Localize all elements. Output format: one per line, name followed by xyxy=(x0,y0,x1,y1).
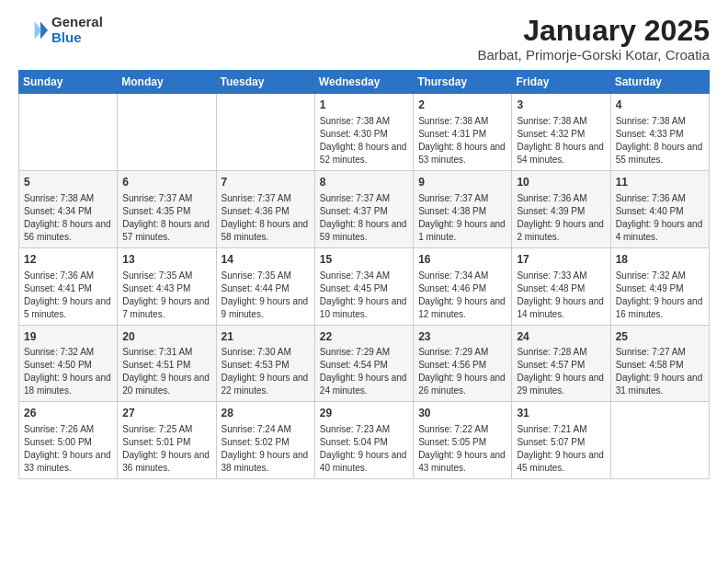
day-number: 20 xyxy=(122,329,210,345)
day-number: 24 xyxy=(517,329,605,345)
day-info: Sunrise: 7:32 AMSunset: 4:49 PMDaylight:… xyxy=(616,270,704,321)
day-number: 25 xyxy=(616,329,704,345)
weekday-header-friday: Friday xyxy=(512,71,610,94)
day-number: 3 xyxy=(517,98,605,113)
calendar-cell: 5Sunrise: 7:38 AMSunset: 4:34 PMDaylight… xyxy=(19,170,118,247)
day-number: 31 xyxy=(517,406,605,421)
day-info: Sunrise: 7:27 AMSunset: 4:58 PMDaylight:… xyxy=(616,346,704,397)
calendar-cell: 23Sunrise: 7:29 AMSunset: 4:56 PMDayligh… xyxy=(414,325,512,402)
day-info: Sunrise: 7:37 AMSunset: 4:38 PMDaylight:… xyxy=(418,192,506,244)
calendar-cell: 7Sunrise: 7:37 AMSunset: 4:36 PMDaylight… xyxy=(216,170,314,247)
day-info: Sunrise: 7:29 AMSunset: 4:54 PMDaylight:… xyxy=(320,346,408,397)
calendar-cell: 2Sunrise: 7:38 AMSunset: 4:31 PMDaylight… xyxy=(414,94,512,171)
day-info: Sunrise: 7:38 AMSunset: 4:31 PMDaylight:… xyxy=(418,115,506,167)
calendar-cell: 6Sunrise: 7:37 AMSunset: 4:35 PMDaylight… xyxy=(118,170,216,247)
weekday-header-row: SundayMondayTuesdayWednesdayThursdayFrid… xyxy=(19,71,710,94)
day-number: 5 xyxy=(24,175,112,190)
calendar-cell: 29Sunrise: 7:23 AMSunset: 5:04 PMDayligh… xyxy=(314,402,413,479)
calendar-subtitle: Barbat, Primorje-Gorski Kotar, Croatia xyxy=(477,47,710,63)
calendar-cell xyxy=(19,94,118,171)
calendar-title: January 2025 xyxy=(477,15,710,47)
day-info: Sunrise: 7:23 AMSunset: 5:04 PMDaylight:… xyxy=(320,423,408,475)
day-number: 21 xyxy=(222,329,310,345)
day-number: 28 xyxy=(222,406,310,421)
header: General Blue January 2025 Barbat, Primor… xyxy=(18,15,710,63)
day-info: Sunrise: 7:32 AMSunset: 4:50 PMDaylight:… xyxy=(24,346,112,397)
day-info: Sunrise: 7:33 AMSunset: 4:48 PMDaylight:… xyxy=(517,270,605,321)
day-info: Sunrise: 7:21 AMSunset: 5:07 PMDaylight:… xyxy=(517,423,605,475)
day-info: Sunrise: 7:34 AMSunset: 4:45 PMDaylight:… xyxy=(320,270,408,321)
weekday-header-wednesday: Wednesday xyxy=(314,71,413,94)
day-number: 14 xyxy=(222,252,310,268)
day-number: 26 xyxy=(24,406,112,421)
day-info: Sunrise: 7:28 AMSunset: 4:57 PMDaylight:… xyxy=(517,346,605,397)
calendar-cell: 19Sunrise: 7:32 AMSunset: 4:50 PMDayligh… xyxy=(19,325,118,402)
weekday-header-sunday: Sunday xyxy=(19,71,118,94)
weekday-header-saturday: Saturday xyxy=(610,71,709,94)
calendar-cell: 30Sunrise: 7:22 AMSunset: 5:05 PMDayligh… xyxy=(414,402,512,479)
calendar-cell: 18Sunrise: 7:32 AMSunset: 4:49 PMDayligh… xyxy=(610,247,709,325)
calendar-cell xyxy=(610,402,709,479)
day-info: Sunrise: 7:35 AMSunset: 4:43 PMDaylight:… xyxy=(122,270,210,321)
day-info: Sunrise: 7:37 AMSunset: 4:36 PMDaylight:… xyxy=(222,192,310,244)
day-number: 7 xyxy=(222,175,310,190)
calendar-cell: 31Sunrise: 7:21 AMSunset: 5:07 PMDayligh… xyxy=(512,402,610,479)
calendar-week-4: 19Sunrise: 7:32 AMSunset: 4:50 PMDayligh… xyxy=(19,325,710,402)
day-number: 6 xyxy=(122,175,210,190)
logo-general: General xyxy=(51,14,103,29)
calendar-cell: 21Sunrise: 7:30 AMSunset: 4:53 PMDayligh… xyxy=(216,325,314,402)
day-number: 2 xyxy=(418,98,506,113)
day-info: Sunrise: 7:38 AMSunset: 4:30 PMDaylight:… xyxy=(320,115,408,167)
day-number: 15 xyxy=(320,252,408,268)
day-info: Sunrise: 7:38 AMSunset: 4:33 PMDaylight:… xyxy=(616,115,704,167)
calendar-cell: 10Sunrise: 7:36 AMSunset: 4:39 PMDayligh… xyxy=(512,170,610,247)
calendar-cell: 28Sunrise: 7:24 AMSunset: 5:02 PMDayligh… xyxy=(216,402,314,479)
calendar-table: SundayMondayTuesdayWednesdayThursdayFrid… xyxy=(18,70,710,479)
calendar-week-3: 12Sunrise: 7:36 AMSunset: 4:41 PMDayligh… xyxy=(19,247,710,325)
day-number: 11 xyxy=(616,175,704,190)
day-info: Sunrise: 7:26 AMSunset: 5:00 PMDaylight:… xyxy=(24,423,112,475)
day-number: 12 xyxy=(24,252,112,268)
day-number: 13 xyxy=(122,252,210,268)
calendar-cell: 8Sunrise: 7:37 AMSunset: 4:37 PMDaylight… xyxy=(314,170,413,247)
calendar-cell: 4Sunrise: 7:38 AMSunset: 4:33 PMDaylight… xyxy=(610,94,709,171)
calendar-cell: 16Sunrise: 7:34 AMSunset: 4:46 PMDayligh… xyxy=(414,247,512,325)
title-block: January 2025 Barbat, Primorje-Gorski Kot… xyxy=(477,15,710,63)
calendar-cell: 22Sunrise: 7:29 AMSunset: 4:54 PMDayligh… xyxy=(314,325,413,402)
day-info: Sunrise: 7:38 AMSunset: 4:34 PMDaylight:… xyxy=(24,192,112,244)
day-info: Sunrise: 7:24 AMSunset: 5:02 PMDaylight:… xyxy=(222,423,310,475)
logo-icon xyxy=(18,16,48,45)
page: General Blue January 2025 Barbat, Primor… xyxy=(0,0,728,563)
weekday-header-tuesday: Tuesday xyxy=(216,71,314,94)
day-number: 18 xyxy=(616,252,704,268)
calendar-cell: 25Sunrise: 7:27 AMSunset: 4:58 PMDayligh… xyxy=(610,325,709,402)
calendar-cell: 15Sunrise: 7:34 AMSunset: 4:45 PMDayligh… xyxy=(314,247,413,325)
calendar-cell: 27Sunrise: 7:25 AMSunset: 5:01 PMDayligh… xyxy=(118,402,216,479)
calendar-cell: 24Sunrise: 7:28 AMSunset: 4:57 PMDayligh… xyxy=(512,325,610,402)
calendar-cell: 3Sunrise: 7:38 AMSunset: 4:32 PMDaylight… xyxy=(512,94,610,171)
day-info: Sunrise: 7:29 AMSunset: 4:56 PMDaylight:… xyxy=(418,346,506,397)
day-info: Sunrise: 7:25 AMSunset: 5:01 PMDaylight:… xyxy=(122,423,210,475)
calendar-week-1: 1Sunrise: 7:38 AMSunset: 4:30 PMDaylight… xyxy=(19,94,710,171)
calendar-cell: 17Sunrise: 7:33 AMSunset: 4:48 PMDayligh… xyxy=(512,247,610,325)
day-number: 30 xyxy=(418,406,506,421)
weekday-header-thursday: Thursday xyxy=(414,71,512,94)
day-info: Sunrise: 7:38 AMSunset: 4:32 PMDaylight:… xyxy=(517,115,605,167)
day-info: Sunrise: 7:31 AMSunset: 4:51 PMDaylight:… xyxy=(122,346,210,397)
calendar-cell xyxy=(216,94,314,171)
day-info: Sunrise: 7:22 AMSunset: 5:05 PMDaylight:… xyxy=(418,423,506,475)
logo-blue: Blue xyxy=(51,29,82,45)
day-number: 27 xyxy=(122,406,210,421)
calendar-cell xyxy=(118,94,216,171)
calendar-cell: 14Sunrise: 7:35 AMSunset: 4:44 PMDayligh… xyxy=(216,247,314,325)
day-number: 16 xyxy=(418,252,506,268)
day-info: Sunrise: 7:30 AMSunset: 4:53 PMDaylight:… xyxy=(222,346,310,397)
calendar-cell: 1Sunrise: 7:38 AMSunset: 4:30 PMDaylight… xyxy=(314,94,413,171)
calendar-cell: 12Sunrise: 7:36 AMSunset: 4:41 PMDayligh… xyxy=(19,247,118,325)
calendar-week-5: 26Sunrise: 7:26 AMSunset: 5:00 PMDayligh… xyxy=(19,402,710,479)
day-number: 10 xyxy=(517,175,605,190)
day-info: Sunrise: 7:37 AMSunset: 4:37 PMDaylight:… xyxy=(320,192,408,244)
day-number: 9 xyxy=(418,175,506,190)
day-number: 4 xyxy=(616,98,704,113)
day-info: Sunrise: 7:36 AMSunset: 4:41 PMDaylight:… xyxy=(24,270,112,321)
